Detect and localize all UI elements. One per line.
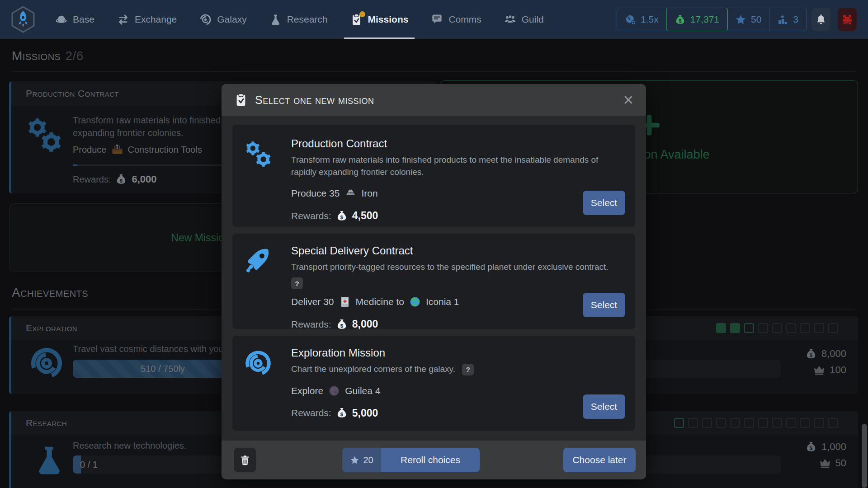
rewards-label: Rewards: xyxy=(291,319,331,330)
close-icon[interactable]: × xyxy=(623,91,633,108)
money-bag-icon xyxy=(336,319,348,330)
rewards-label: Rewards: xyxy=(291,408,331,418)
nav-item-base[interactable]: Base xyxy=(55,0,94,39)
mission-objective: Explore Guilea 4 xyxy=(291,385,623,397)
reroll-choices-button[interactable]: 20 Reroll choices xyxy=(342,448,480,472)
mission-objective: Produce 35 Iron xyxy=(291,187,623,200)
objective-prefix: Produce 35 xyxy=(291,188,340,199)
pixel-invader-icon xyxy=(841,14,853,25)
app-root: Missions2/6 Production Contract Transfor… xyxy=(0,0,868,488)
help-tooltip-icon[interactable]: ? xyxy=(291,277,303,289)
nav-item-exchange[interactable]: Exchange xyxy=(117,0,177,39)
objective-item: Medicine to xyxy=(356,296,404,307)
spiral-galaxy-icon xyxy=(244,349,272,377)
notification-dot xyxy=(359,11,365,17)
modal-body: Production Contract Transform raw materi… xyxy=(222,116,646,441)
select-mission-button[interactable]: Select xyxy=(583,293,625,317)
nav-item-label: Missions xyxy=(368,14,409,25)
objective-item: Iron xyxy=(361,188,377,199)
modal-footer: 20 Reroll choices Choose later xyxy=(222,441,646,479)
rewards-value: 4,500 xyxy=(352,210,378,222)
moon-icon xyxy=(328,385,340,397)
speech-bubble-icon xyxy=(431,14,443,26)
clipboard-check-icon xyxy=(234,93,248,107)
top-navigation: Base Exchange Galaxy Research Missions xyxy=(0,0,868,39)
mission-title: Exploration Mission xyxy=(291,347,623,359)
green-planet-icon xyxy=(409,296,421,308)
stat-speed-multiplier: 1.5x xyxy=(617,8,667,31)
mission-option-special-delivery: Special Delivery Contract Transport prio… xyxy=(232,234,635,329)
nav-item-label: Exchange xyxy=(135,14,177,25)
nav-item-label: Comms xyxy=(448,14,481,25)
money-bag-icon xyxy=(336,210,348,222)
mission-description: Chart the unexplored corners of the gala… xyxy=(291,363,623,375)
stat-money: 17,371 xyxy=(667,8,727,31)
modal-title: Select one new mission xyxy=(255,94,374,107)
bell-icon xyxy=(815,14,827,25)
stat-rank: 3 xyxy=(769,8,806,31)
objective-target: Guilea 4 xyxy=(345,385,380,396)
money-bag-icon xyxy=(675,14,686,25)
discard-missions-button[interactable] xyxy=(234,448,256,472)
speed-multiplier-icon xyxy=(625,14,636,25)
objective-prefix: Deliver 30 xyxy=(291,296,334,307)
nav-item-galaxy[interactable]: Galaxy xyxy=(199,0,246,39)
iron-icon xyxy=(344,187,357,200)
stat-value: 1.5x xyxy=(641,14,659,25)
exchange-arrows-icon xyxy=(117,14,129,26)
reroll-cost: 20 xyxy=(342,448,381,472)
rewards-value: 5,000 xyxy=(352,407,378,419)
choose-later-button[interactable]: Choose later xyxy=(563,448,636,472)
notifications-button[interactable] xyxy=(811,8,830,31)
nav-item-missions[interactable]: Missions xyxy=(350,0,409,39)
rewards-label: Rewards: xyxy=(291,211,331,221)
leaderboard-icon xyxy=(777,14,788,25)
gears-icon xyxy=(244,140,272,168)
planet-icon xyxy=(55,14,67,26)
mission-objective: Deliver 30 Medicine to Iconia 1 xyxy=(291,296,623,308)
star-icon xyxy=(350,455,359,465)
medicine-icon xyxy=(339,296,351,308)
rewards-row: Rewards: 8,000 xyxy=(291,318,623,330)
rocket-icon xyxy=(244,246,272,274)
objective-target: Iconia 1 xyxy=(426,296,459,307)
mission-title: Production Contract xyxy=(291,137,623,150)
nav-item-label: Base xyxy=(73,14,94,25)
app-logo-rocket-hexagon[interactable] xyxy=(11,6,35,33)
nav-item-comms[interactable]: Comms xyxy=(431,0,481,39)
reroll-label: Reroll choices xyxy=(381,448,480,472)
money-bag-icon xyxy=(336,407,348,419)
modal-header: Select one new mission × xyxy=(222,84,646,116)
trash-icon xyxy=(240,455,250,465)
objective-prefix: Explore xyxy=(291,385,323,396)
stat-stars: 50 xyxy=(727,8,769,31)
galaxy-icon xyxy=(199,14,212,26)
mission-description: Transport priority-tagged resources to t… xyxy=(291,261,623,273)
nav-item-guild[interactable]: Guild xyxy=(504,0,544,39)
stat-value: 17,371 xyxy=(690,14,719,25)
help-tooltip-icon[interactable]: ? xyxy=(462,364,474,375)
mission-option-exploration: Exploration Mission Chart the unexplored… xyxy=(232,336,635,431)
resource-stats-bar: 1.5x 17,371 50 3 xyxy=(617,8,807,31)
stat-value: 3 xyxy=(793,14,798,25)
nav-item-research[interactable]: Research xyxy=(269,0,328,39)
stat-value: 50 xyxy=(751,14,761,25)
people-icon xyxy=(504,14,516,26)
mission-option-production: Production Contract Transform raw materi… xyxy=(232,125,635,227)
rewards-row: Rewards: 5,000 xyxy=(291,407,623,419)
nav-item-label: Guild xyxy=(522,14,544,25)
mission-description-text: Chart the unexplored corners of the gala… xyxy=(291,364,455,374)
event-alert-button[interactable] xyxy=(838,8,857,31)
mission-description: Transform raw materials into finished pr… xyxy=(291,154,621,178)
mission-title: Special Delivery Contract xyxy=(291,244,623,257)
select-mission-button[interactable]: Select xyxy=(583,191,625,215)
select-mission-modal: Select one new mission × Production Cont… xyxy=(222,84,646,479)
flask-icon xyxy=(269,14,282,26)
clipboard-check-icon xyxy=(350,14,363,26)
rewards-row: Rewards: 4,500 xyxy=(291,210,623,222)
select-mission-button[interactable]: Select xyxy=(583,394,625,419)
nav-items: Base Exchange Galaxy Research Missions xyxy=(55,0,544,39)
page-scrollbar[interactable] xyxy=(862,424,867,488)
nav-item-label: Galaxy xyxy=(217,14,246,25)
nav-item-label: Research xyxy=(287,14,328,25)
